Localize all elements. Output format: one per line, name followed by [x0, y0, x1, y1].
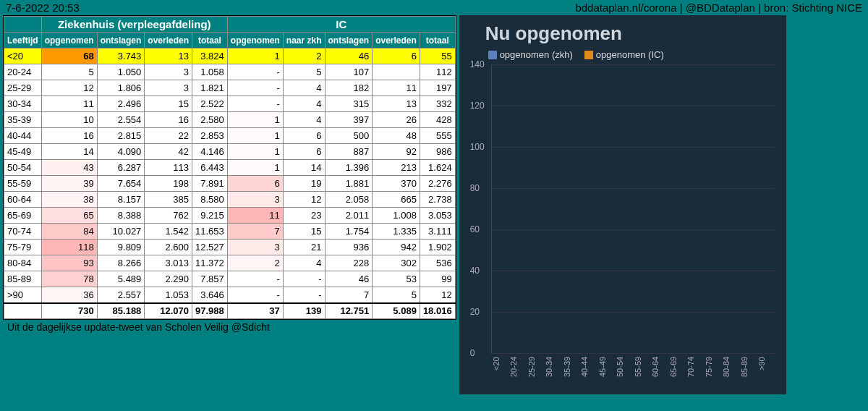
cell-ic-overleden: 370 [373, 176, 420, 192]
cell-ic-overleden: 26 [373, 112, 420, 128]
cell-ic-naarzkh: 12 [283, 192, 325, 208]
source-line: bddataplan.nl/corona | @BDDataplan | bro… [575, 1, 862, 14]
cell-age: 20-24 [4, 64, 42, 80]
table-row: 80-84 93 8.266 3.013 11.372 2 4 228 302 … [4, 255, 456, 271]
chart-plot-area: 0 20 40 60 80 100 120 140 [491, 64, 775, 354]
cell-zkh-totaal: 2.580 [192, 112, 228, 128]
table-row: 65-69 65 8.388 762 9.215 11 23 2.011 1.0… [4, 208, 456, 224]
cell-zkh-totaal: 2.522 [192, 96, 228, 112]
cell-zkh-overleden: 762 [145, 208, 192, 224]
cell-ic-overleden: 1.335 [373, 224, 420, 240]
cell-zkh-opgenomen: 43 [41, 160, 97, 176]
cell-zkh-ontslagen: 9.809 [97, 240, 145, 255]
table-row: <20 68 3.743 13 3.824 1 2 46 6 55 [4, 48, 456, 64]
cell-zkh-overleden: 113 [145, 160, 192, 176]
cell-ic-totaal: 3.053 [420, 208, 455, 224]
cell-ic-totaal: 2.276 [420, 176, 455, 192]
table-row: >90 36 2.557 1.053 3.646 - - 7 5 12 [4, 287, 456, 303]
cell-zkh-opgenomen: 12 [41, 80, 97, 96]
col-ic-totaal: totaal [420, 33, 455, 48]
y-tick-label: 80 [470, 183, 480, 193]
cell-age: 25-29 [4, 80, 42, 96]
cell-zkh-totaal: 3.646 [192, 287, 228, 303]
y-tick-label: 140 [470, 59, 485, 69]
cell-ic-totaal: 112 [420, 64, 455, 80]
table-row: 25-29 12 1.806 3 1.821 - 4 182 11 197 [4, 80, 456, 96]
cell-ic-ontslagen: 182 [325, 80, 373, 96]
data-table: Ziekenhuis (verpleegafdeling)IC Leeftijd… [3, 15, 456, 320]
cell-age: 75-79 [4, 240, 42, 255]
cell-zkh-opgenomen: 118 [41, 240, 97, 255]
cell-ic-ontslagen: 936 [325, 240, 373, 255]
cell-ic-ontslagen: 2.058 [325, 192, 373, 208]
cell-zkh-opgenomen: 14 [41, 144, 97, 160]
cell-ic-ontslagen: 315 [325, 96, 373, 112]
cell-zkh-opgenomen: 16 [41, 128, 97, 144]
cell-ic-naarzkh: 4 [283, 112, 325, 128]
cell-ic-ontslagen: 228 [325, 255, 373, 271]
cell-zkh-overleden: 2.600 [145, 240, 192, 255]
cell-zkh-ontslagen: 8.157 [97, 192, 145, 208]
cell-ic-totaal: 986 [420, 144, 455, 160]
cell-ic-naarzkh: 21 [283, 240, 325, 255]
cell-zkh-ontslagen: 2.496 [97, 96, 145, 112]
cell-zkh-totaal: 3.824 [192, 48, 228, 64]
y-tick-label: 20 [470, 307, 480, 317]
x-tick-label: <20 [492, 357, 508, 387]
cell-age: 45-49 [4, 144, 42, 160]
group-header-ic: IC [227, 17, 455, 33]
y-tick-label: 0 [470, 348, 475, 358]
cell-ic-overleden: 92 [373, 144, 420, 160]
cell-ic-opgenomen: 2 [227, 255, 283, 271]
cell-zkh-totaal: 9.215 [192, 208, 228, 224]
cell-age: 65-69 [4, 208, 42, 224]
legend-item: opgenomen (IC) [584, 49, 664, 60]
cell-ic-overleden: 942 [373, 240, 420, 255]
x-tick-label: 20-24 [509, 357, 525, 387]
cell-zkh-overleden: 15 [145, 96, 192, 112]
table-row: 45-49 14 4.090 42 4.146 1 6 887 92 986 [4, 144, 456, 160]
cell-ic-opgenomen: 3 [227, 240, 283, 255]
cell-age: 30-34 [4, 96, 42, 112]
cell-zkh-totaal: 11.653 [192, 224, 228, 240]
cell-ic-overleden: 11 [373, 80, 420, 96]
x-tick-label: 75-79 [705, 357, 720, 387]
x-tick-label: 40-44 [580, 357, 596, 387]
cell-ic-opgenomen: - [227, 80, 283, 96]
cell-ic-ontslagen: 1.396 [325, 160, 373, 176]
cell-zkh-totaal: 2.853 [192, 128, 228, 144]
cell-ic-overleden: 213 [373, 160, 420, 176]
cell-ic-naarzkh: 6 [283, 128, 325, 144]
cell-ic-totaal: 55 [420, 48, 455, 64]
cell-zkh-ontslagen: 1.806 [97, 80, 145, 96]
cell-ic-naarzkh: 6 [283, 144, 325, 160]
cell-zkh-totaal: 8.580 [192, 192, 228, 208]
cell-zkh-totaal: 1.058 [192, 64, 228, 80]
cell-ic-opgenomen: 1 [227, 48, 283, 64]
cell-zkh-ontslagen: 2.554 [97, 112, 145, 128]
cell-ic-overleden: 48 [373, 128, 420, 144]
legend-item: opgenomen (zkh) [488, 49, 573, 60]
cell-ic-ontslagen: 7 [325, 287, 373, 303]
cell-ic-naarzkh: 5 [283, 64, 325, 80]
cell-age: 55-59 [4, 176, 42, 192]
col-ic-opgenomen: opgenomen [227, 33, 283, 48]
cell-zkh-overleden: 3 [145, 80, 192, 96]
cell-ic-overleden: 5 [373, 287, 420, 303]
cell-ic-opgenomen: 7 [227, 224, 283, 240]
cell-ic-opgenomen: 6 [227, 176, 283, 192]
cell-ic-opgenomen: 1 [227, 128, 283, 144]
cell-ic-totaal: 428 [420, 112, 455, 128]
table-row: 50-54 43 6.287 113 6.443 1 14 1.396 213 … [4, 160, 456, 176]
cell-zkh-totaal: 7.857 [192, 271, 228, 287]
cell-ic-ontslagen: 46 [325, 48, 373, 64]
x-tick-label: 85-89 [740, 357, 756, 387]
x-tick-label: 55-59 [634, 357, 650, 387]
cell-zkh-ontslagen: 7.654 [97, 176, 145, 192]
chart-x-axis: <2020-2425-2930-3435-3940-4445-4950-5455… [491, 357, 775, 387]
chart-title: Nu opgenomen [485, 22, 778, 45]
x-tick-label: 80-84 [722, 357, 738, 387]
cell-zkh-ontslagen: 5.489 [97, 271, 145, 287]
cell-zkh-overleden: 13 [145, 48, 192, 64]
cell-ic-overleden: 53 [373, 271, 420, 287]
